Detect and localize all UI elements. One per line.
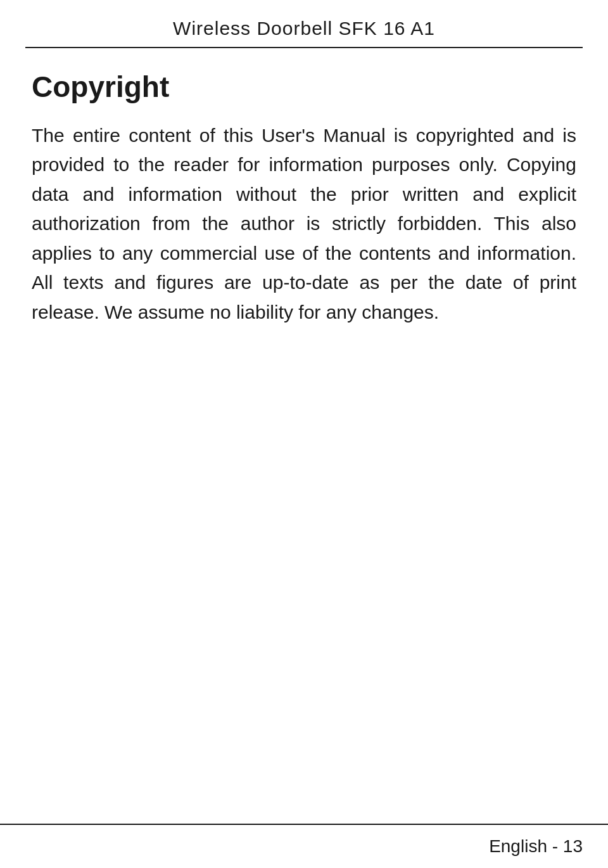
section-heading: Copyright [32, 71, 576, 103]
footer-page-info: English - 13 [489, 836, 583, 857]
content-area: Copyright The entire content of this Use… [25, 71, 583, 327]
copyright-body: The entire content of this User's Manual… [32, 121, 576, 328]
document-title: Wireless Doorbell SFK 16 A1 [173, 18, 435, 39]
page-container: Wireless Doorbell SFK 16 A1 Copyright Th… [0, 0, 608, 868]
page-footer: English - 13 [0, 824, 608, 868]
page-header: Wireless Doorbell SFK 16 A1 [25, 0, 583, 48]
